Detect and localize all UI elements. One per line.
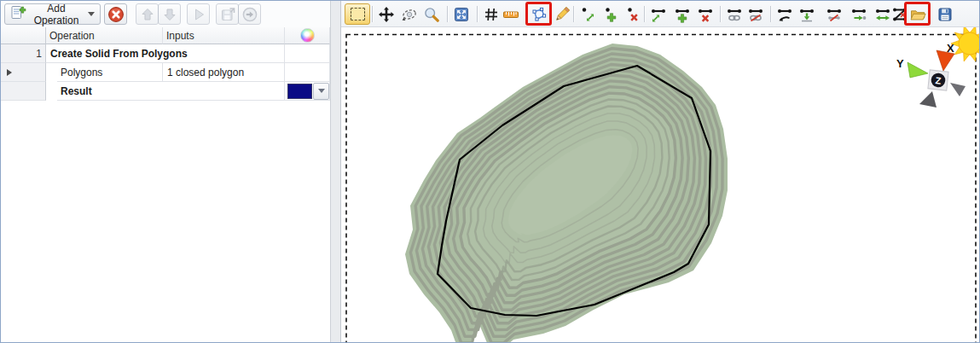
- zoom-icon: [423, 6, 440, 23]
- tool-pan[interactable]: [377, 3, 396, 25]
- pencil-icon: [554, 6, 571, 23]
- tool-move-point[interactable]: [578, 3, 597, 25]
- 3d-viewport[interactable]: XYZ: [341, 27, 980, 343]
- tool-save-file[interactable]: [936, 3, 954, 25]
- move-up-button[interactable]: [136, 3, 159, 25]
- cross-segments-icon: [891, 6, 908, 23]
- app-window: Add Operation Operation Inputs 1 Create …: [0, 0, 980, 343]
- grid-icon: [483, 6, 500, 23]
- delete-point-icon: [624, 6, 641, 23]
- add-operation-label: Add Operation: [31, 3, 82, 26]
- neg-axis-arrow[interactable]: [919, 91, 937, 108]
- tool-split-segment[interactable]: [825, 3, 844, 25]
- table-row[interactable]: Result: [1, 82, 330, 101]
- tool-delete-point[interactable]: [623, 3, 642, 25]
- toolbar-separator: [447, 6, 449, 22]
- merge-both-icon: [874, 6, 891, 23]
- save-operations-button[interactable]: [216, 3, 239, 25]
- reverse-segment-icon: [776, 6, 793, 23]
- delete-operation-button[interactable]: [104, 3, 127, 25]
- add-operation-button[interactable]: Add Operation: [4, 3, 101, 25]
- save-file-icon: [937, 6, 954, 23]
- neg-axis-arrow[interactable]: [950, 83, 966, 96]
- tool-unlink-segments[interactable]: [746, 3, 765, 25]
- chevron-down-icon: [88, 12, 95, 16]
- move-point-icon: [579, 6, 596, 23]
- tool-add-segment[interactable]: [673, 3, 692, 25]
- tool-orbit[interactable]: [400, 3, 419, 25]
- tool-cross-segments[interactable]: [890, 3, 909, 25]
- viewport-panel: XYZ: [341, 1, 980, 343]
- result-color-swatch[interactable]: [287, 84, 312, 99]
- inputs-column-header: Inputs: [163, 27, 285, 44]
- orbit-icon: [401, 6, 418, 23]
- insert-segment-icon: [798, 6, 815, 23]
- tool-zoom-fit[interactable]: [452, 3, 471, 25]
- merge-right-icon: [850, 6, 867, 23]
- table-row[interactable]: Polygons 1 closed polygon: [1, 63, 330, 82]
- contour-map-canvas[interactable]: XYZ: [341, 27, 980, 343]
- operations-panel: Add Operation Operation Inputs 1 Create …: [1, 1, 330, 343]
- toolbar-separator: [644, 6, 646, 22]
- tool-pencil[interactable]: [553, 3, 571, 25]
- tool-add-point[interactable]: [601, 3, 620, 25]
- tool-zoom[interactable]: [422, 3, 441, 25]
- zoom-fit-icon: [453, 6, 470, 23]
- color-column-header[interactable]: [285, 27, 330, 44]
- table-header-row: Operation Inputs: [1, 27, 330, 44]
- unlink-segments-icon: [747, 6, 764, 23]
- tool-select-rectangle[interactable]: [345, 3, 370, 25]
- tool-reverse-segment[interactable]: [775, 3, 794, 25]
- row-number-header: [1, 27, 46, 44]
- toolbar-separator: [770, 6, 772, 22]
- split-segment-icon: [826, 6, 843, 23]
- input-value-cell[interactable]: 1 closed polygon: [163, 63, 285, 82]
- open-file-icon: [909, 6, 926, 23]
- color-cell: [285, 44, 330, 63]
- y-axis-arrow[interactable]: [908, 62, 928, 78]
- operation-column-header: Operation: [46, 27, 163, 44]
- tool-ruler[interactable]: [502, 3, 520, 25]
- row-number: [1, 82, 46, 101]
- viewport-toolbar: [341, 1, 980, 27]
- panel-splitter[interactable]: [330, 1, 341, 343]
- pan-icon: [378, 6, 395, 23]
- result-label-cell[interactable]: Result: [57, 82, 285, 101]
- link-segments-icon: [726, 6, 743, 23]
- delete-segment-icon: [697, 6, 714, 23]
- ruler-icon: [502, 6, 519, 23]
- tool-insert-segment[interactable]: [797, 3, 816, 25]
- tool-grid[interactable]: [482, 3, 501, 25]
- tool-delete-segment[interactable]: [696, 3, 715, 25]
- red-circle-x-icon: [107, 6, 125, 23]
- polygon-tool-icon: [531, 6, 548, 23]
- tool-open-file[interactable]: [908, 3, 927, 25]
- toolbar-separator: [372, 6, 374, 22]
- z-axis-indicator[interactable]: Z: [928, 70, 948, 90]
- play-icon: [190, 6, 207, 23]
- toolbar-separator: [573, 6, 575, 22]
- result-color-dropdown[interactable]: [313, 83, 329, 100]
- toolbar-separator: [720, 6, 722, 22]
- arrow-up-icon: [139, 6, 156, 23]
- tool-polygon-tool[interactable]: [530, 3, 548, 25]
- row-number: 1: [1, 44, 46, 63]
- operation-name-cell[interactable]: Create Solid From Polygons: [46, 44, 285, 63]
- input-name-cell[interactable]: Polygons: [57, 63, 163, 82]
- toolbar-separator: [477, 6, 478, 22]
- apply-button[interactable]: [238, 3, 261, 25]
- arrow-down-icon: [161, 6, 178, 23]
- tool-move-segment[interactable]: [649, 3, 668, 25]
- current-row-arrow-icon: [7, 69, 12, 76]
- document-plus-icon: [10, 4, 27, 24]
- run-button[interactable]: [187, 3, 210, 25]
- move-segment-icon: [650, 6, 667, 23]
- table-row[interactable]: 1 Create Solid From Polygons: [1, 44, 330, 63]
- x-axis-arrow[interactable]: [937, 50, 954, 71]
- tool-link-segments[interactable]: [725, 3, 744, 25]
- move-down-button[interactable]: [158, 3, 181, 25]
- floppy-export-icon: [219, 6, 236, 23]
- tool-merge-both[interactable]: [873, 3, 892, 25]
- tool-merge-right[interactable]: [850, 3, 868, 25]
- operations-toolbar: Add Operation: [1, 1, 330, 27]
